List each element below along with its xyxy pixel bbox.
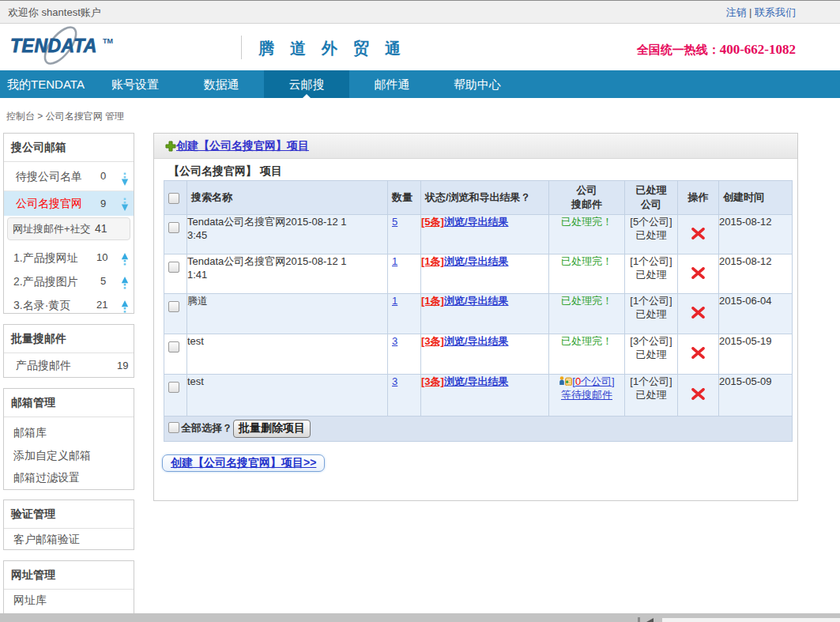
svg-text:TENDATA: TENDATA: [10, 36, 97, 56]
svg-text:TM: TM: [103, 37, 113, 45]
